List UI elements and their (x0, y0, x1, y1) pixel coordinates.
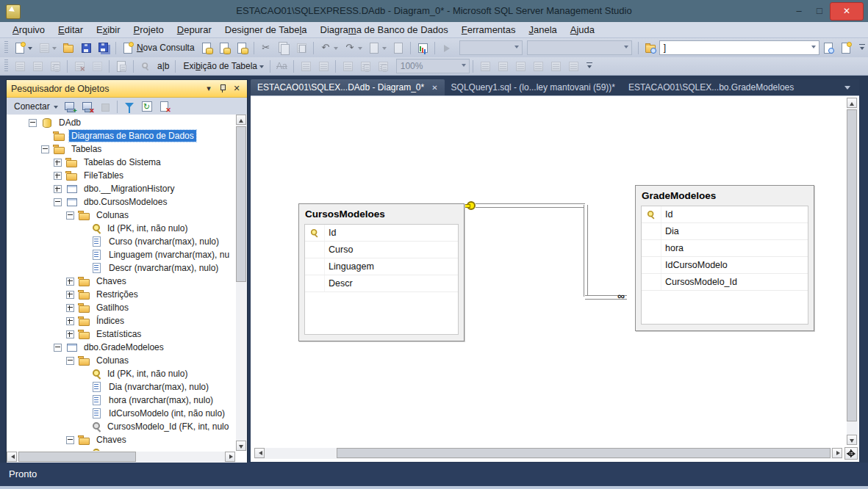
check-constraints-button[interactable] (547, 57, 564, 75)
tab-close-icon[interactable]: ✕ (431, 84, 437, 92)
document-tab-0[interactable]: ESTACAO01\SQLEX...DAdb - Diagram_0*✕ (251, 79, 445, 95)
autosize-tables-button[interactable] (339, 57, 356, 75)
collapse-expander[interactable] (41, 145, 49, 153)
expand-expander[interactable] (54, 159, 62, 167)
table-column-row[interactable]: Linguagem (305, 258, 458, 275)
new-query-split-button[interactable] (11, 39, 35, 57)
minimize-button[interactable]: – (789, 2, 809, 20)
menu-designer-de-tabela[interactable]: Designer de Tabela (218, 22, 314, 37)
scroll-right-button[interactable] (225, 452, 235, 462)
tree-item[interactable]: dbo.CursosModeloes (7, 195, 235, 209)
copy-button[interactable] (275, 39, 293, 57)
diagram-canvas[interactable]: ∞ CursosModeloes IdCursoLinguagemDescr G… (251, 95, 859, 462)
find-options-button[interactable] (819, 39, 837, 57)
document-tab-2[interactable]: ESTACAO01\SQLEX...bo.GradeModeloes (622, 79, 800, 95)
collapse-expander[interactable] (54, 198, 62, 206)
document-tab-1[interactable]: SQLQuery1.sql - (lo...ley mantovani (59)… (445, 79, 622, 95)
tab-list-dropdown[interactable] (844, 86, 850, 93)
close-button[interactable]: ✕ (830, 2, 864, 21)
table-column-row[interactable]: Dia (642, 223, 808, 240)
connect-dropdown[interactable]: Conectar (11, 98, 61, 115)
tree-item[interactable]: Colunas (7, 209, 235, 222)
scroll-left-button[interactable] (7, 452, 17, 462)
collapse-expander[interactable] (29, 119, 37, 127)
tree-item[interactable]: dbo.__MigrationHistory (7, 182, 235, 195)
filter-button[interactable] (121, 98, 138, 115)
paste-button[interactable] (293, 39, 310, 57)
expand-expander[interactable] (66, 304, 74, 312)
table-column-row[interactable]: Curso (305, 242, 458, 258)
xml-indexes-button[interactable] (529, 57, 547, 75)
set-primary-key-button[interactable] (137, 57, 154, 75)
diagram-vertical-scrollbar[interactable] (847, 98, 858, 445)
collapse-expander[interactable] (66, 436, 74, 444)
tree-item[interactable]: Índices (7, 314, 235, 327)
close-panel-icon[interactable]: ✕ (231, 83, 243, 95)
scrollbar-thumb[interactable] (18, 452, 136, 462)
arrange-selection-button[interactable] (356, 57, 374, 75)
menu-projeto[interactable]: Projeto (127, 22, 171, 37)
generate-change-script-button[interactable] (112, 57, 130, 75)
menu-ajuda[interactable]: Ajuda (564, 22, 601, 37)
remove-from-diagram-button[interactable] (88, 57, 106, 75)
tree-item[interactable]: CursosModelo_Id (FK, int, nulo (7, 420, 235, 433)
redo-button[interactable]: ↷ (341, 39, 365, 57)
new-xmla-query-button[interactable] (233, 39, 251, 57)
relationship-line-segment[interactable] (584, 205, 588, 297)
toolbar-grip[interactable] (4, 59, 8, 73)
tree-item[interactable]: Estatísticas (7, 327, 235, 341)
table-column-row[interactable]: Id (305, 225, 458, 242)
add-related-tables-button[interactable] (46, 57, 64, 75)
menu-arquivo[interactable]: Arquivo (6, 22, 51, 37)
tree-horizontal-scrollbar[interactable] (7, 452, 235, 463)
new-query-button[interactable]: Nova Consulta (119, 39, 198, 57)
expand-expander[interactable] (66, 278, 74, 286)
table-column-row[interactable]: Descr (305, 275, 458, 292)
menu-editar[interactable]: Editar (51, 22, 90, 37)
table-column-row[interactable]: IdCursoModelo (642, 257, 808, 274)
tree-item[interactable]: Chaves (7, 275, 235, 288)
activity-monitor-button[interactable] (414, 39, 431, 57)
tree-item[interactable]: dbo.GradeModeloes (7, 341, 235, 354)
new-table-button[interactable] (11, 57, 29, 75)
tree-item[interactable]: Linguagem (nvarchar(max), nu (7, 248, 235, 261)
find-combo[interactable]: ] (659, 40, 819, 55)
tree-item[interactable]: Dia (nvarchar(max), nulo) (7, 380, 235, 394)
text-annotation-button[interactable]: a|b (154, 57, 172, 75)
scrollbar-thumb[interactable] (847, 109, 857, 421)
find-button[interactable] (642, 39, 659, 57)
collapse-expander[interactable] (66, 211, 74, 220)
add-table-button[interactable] (29, 57, 46, 75)
tree-item[interactable]: hora (nvarchar(max), nulo) (7, 394, 235, 407)
new-dmx-query-button[interactable] (215, 39, 233, 57)
navigate-forward-button[interactable] (390, 39, 407, 57)
scrollbar-thumb[interactable] (337, 448, 831, 458)
tree-item[interactable]: Descr (nvarchar(max), nulo) (7, 261, 235, 275)
availability-combo[interactable] (527, 40, 632, 55)
menu-exibir[interactable]: Exibir (90, 22, 127, 37)
spatial-indexes-button[interactable] (564, 57, 582, 75)
menu-diagrama-de-banco-de-dados[interactable]: Diagrama de Banco de Dados (314, 22, 455, 37)
tree-item[interactable]: IdCursoModelo (int, não nulo) (7, 407, 235, 420)
tree-item[interactable]: Colunas (7, 354, 235, 367)
arrange-tables-button[interactable] (374, 57, 392, 75)
save-all-button[interactable] (95, 39, 112, 57)
recalculate-page-breaks-button[interactable] (315, 57, 332, 75)
delete-table-button[interactable]: ✕ (71, 57, 88, 75)
table-column-row[interactable]: hora (642, 240, 808, 257)
cut-button[interactable]: ✂ (257, 39, 275, 57)
new-item-button[interactable] (35, 39, 60, 57)
tree-item[interactable]: Gatilhos (7, 301, 235, 314)
tree-item[interactable] (7, 446, 235, 451)
undo-button[interactable]: ↶ (317, 39, 341, 57)
toolbar-overflow-button[interactable] (585, 59, 595, 73)
expand-expander[interactable] (66, 317, 74, 325)
pan-button[interactable] (844, 447, 858, 460)
pin-icon[interactable] (217, 83, 229, 95)
diagram-horizontal-scrollbar[interactable] (254, 448, 842, 459)
scroll-left-button[interactable] (254, 448, 265, 458)
tree-item[interactable]: FileTables (7, 169, 235, 182)
scroll-right-button[interactable] (832, 448, 842, 458)
manage-relationships-button[interactable] (476, 57, 494, 75)
collapse-expander[interactable] (66, 357, 74, 365)
